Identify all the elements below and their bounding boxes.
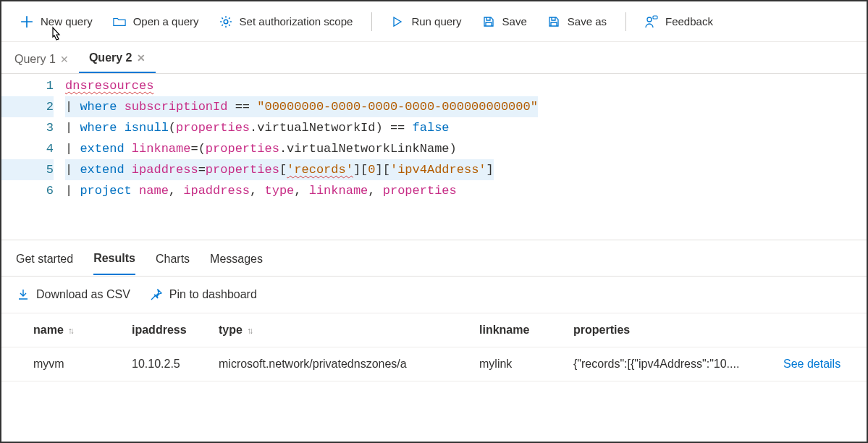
cell-linkname: mylink [479, 347, 573, 381]
tab-query-2[interactable]: Query 2 ✕ [79, 44, 156, 73]
svg-point-0 [224, 20, 228, 24]
save-as-button[interactable]: Save as [539, 11, 615, 33]
tab-label: Query 2 [89, 51, 132, 64]
save-as-icon [547, 15, 560, 28]
see-details-link[interactable]: See details [783, 347, 867, 381]
cell-properties: {"records":[{"ipv4Address":"10.... [573, 347, 783, 381]
feedback-button[interactable]: Feedback [636, 11, 722, 33]
person-feedback-icon [645, 15, 658, 28]
new-query-label: New query [41, 15, 93, 28]
feedback-label: Feedback [665, 15, 713, 28]
toolbar: New query Open a query Set authorization… [1, 1, 867, 42]
cell-ipaddress: 10.10.2.5 [132, 347, 219, 381]
save-label: Save [502, 15, 527, 28]
cell-type: microsoft.network/privatednszones/a [219, 347, 479, 381]
save-as-label: Save as [568, 15, 607, 28]
results-panel-tabs: Get started Results Charts Messages [1, 240, 867, 277]
line-numbers: 123456 [1, 74, 65, 240]
tab-get-started[interactable]: Get started [16, 253, 73, 274]
open-query-label: Open a query [133, 15, 199, 28]
download-csv-button[interactable]: Download as CSV [17, 288, 130, 301]
tab-label: Query 1 [14, 53, 56, 66]
run-query-button[interactable]: Run query [382, 11, 470, 33]
plus-icon [20, 15, 33, 28]
col-properties[interactable]: properties [573, 313, 783, 347]
col-linkname[interactable]: linkname [479, 313, 573, 347]
results-actions: Download as CSV Pin to dashboard [1, 277, 867, 313]
divider [371, 12, 372, 31]
pin-icon [151, 289, 162, 300]
set-auth-label: Set authorization scope [240, 15, 353, 28]
svg-point-1 [647, 17, 652, 22]
results-table: name↑↓ ipaddress type↑↓ linkname propert… [1, 313, 867, 381]
close-icon[interactable]: ✕ [60, 54, 69, 65]
close-icon[interactable]: ✕ [137, 52, 146, 64]
save-icon [482, 15, 495, 28]
save-button[interactable]: Save [473, 11, 536, 33]
table-row[interactable]: myvm 10.10.2.5 microsoft.network/private… [1, 347, 867, 381]
pin-dashboard-button[interactable]: Pin to dashboard [151, 288, 257, 301]
cell-name: myvm [1, 347, 132, 381]
pin-dashboard-label: Pin to dashboard [169, 288, 257, 301]
gear-icon [219, 15, 232, 28]
divider [625, 12, 626, 31]
col-type[interactable]: type↑↓ [219, 313, 479, 347]
tab-query-1[interactable]: Query 1 ✕ [4, 46, 79, 73]
tab-results[interactable]: Results [93, 252, 135, 275]
tab-messages[interactable]: Messages [210, 253, 263, 274]
folder-icon [113, 15, 126, 28]
col-name[interactable]: name↑↓ [1, 313, 132, 347]
svg-rect-2 [653, 16, 657, 19]
table-header-row: name↑↓ ipaddress type↑↓ linkname propert… [1, 313, 867, 347]
query-tabs: Query 1 ✕ Query 2 ✕ [1, 42, 867, 74]
new-query-button[interactable]: New query [12, 11, 101, 33]
download-icon [17, 289, 29, 300]
open-query-button[interactable]: Open a query [104, 11, 208, 33]
set-auth-scope-button[interactable]: Set authorization scope [211, 11, 362, 33]
col-ipaddress[interactable]: ipaddress [132, 313, 219, 347]
download-csv-label: Download as CSV [36, 288, 130, 301]
code-editor[interactable]: 123456 dnsresources| where subscriptionI… [1, 74, 867, 240]
play-icon [391, 15, 404, 28]
tab-charts[interactable]: Charts [156, 253, 190, 274]
run-query-label: Run query [411, 15, 461, 28]
code-content[interactable]: dnsresources| where subscriptionId == "0… [65, 74, 867, 240]
